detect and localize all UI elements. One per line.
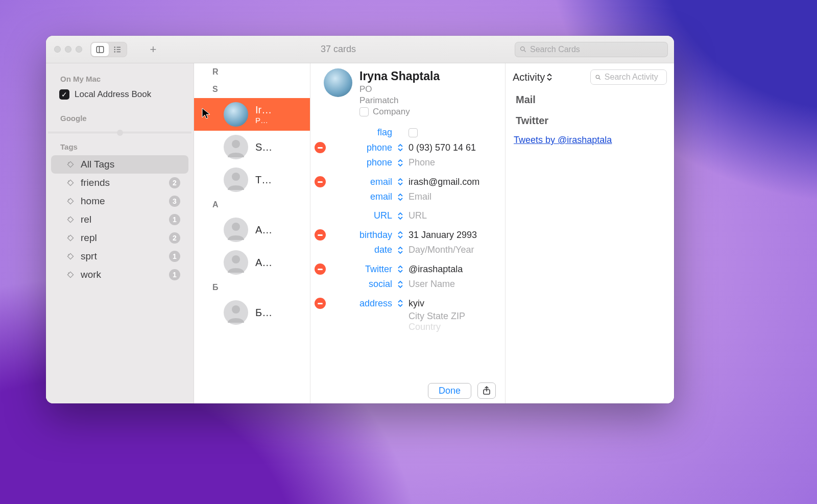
phone-1-label[interactable]: phone xyxy=(331,142,392,153)
company-label: Company xyxy=(373,107,410,117)
remove-twitter-button[interactable] xyxy=(315,263,326,275)
tag-item-all-tags[interactable]: All Tags xyxy=(51,155,188,174)
list-section-R: R xyxy=(194,63,310,81)
contact-list-row[interactable]: Ir…P… xyxy=(194,98,310,131)
tweets-link[interactable]: Tweets by @irashaptala xyxy=(514,135,666,146)
svg-point-18 xyxy=(232,173,240,181)
contact-avatar-placeholder xyxy=(224,135,248,159)
contact-avatar-placeholder xyxy=(224,218,248,242)
field-address-line2: City State ZIP xyxy=(310,311,505,322)
field-phone-1: phone 0 (93) 570 14 61 xyxy=(310,140,505,155)
company-toggle-row: Company xyxy=(359,107,440,117)
contact-name[interactable]: Iryna Shaptala xyxy=(359,69,440,83)
add-contact-button[interactable]: + xyxy=(145,42,162,57)
birthday-label[interactable]: birthday xyxy=(331,230,392,241)
phone-2-type-picker[interactable] xyxy=(395,159,405,167)
address-line3[interactable]: Country xyxy=(408,322,496,332)
activity-search[interactable] xyxy=(590,69,667,85)
contact-avatar[interactable] xyxy=(324,68,352,97)
phone-2-label[interactable]: phone xyxy=(331,157,392,168)
svg-point-19 xyxy=(232,223,240,231)
url-type-picker[interactable] xyxy=(395,212,405,220)
email-2-label[interactable]: email xyxy=(331,191,392,202)
phone-1-type-picker[interactable] xyxy=(395,143,405,152)
social-type-picker[interactable] xyxy=(395,280,405,289)
contact-avatar-placeholder xyxy=(224,300,248,325)
tag-label: friends xyxy=(81,177,164,188)
contact-detail-pane: Iryna Shaptala PO Parimatch Company flag xyxy=(310,63,506,403)
email-2-placeholder[interactable]: Email xyxy=(408,191,496,202)
toolbar: + 37 cards xyxy=(46,36,674,63)
toolbar-search[interactable] xyxy=(515,42,668,57)
tag-item-sprt[interactable]: sprt1 xyxy=(51,247,188,266)
toolbar-search-input[interactable] xyxy=(530,45,663,54)
tag-item-friends[interactable]: friends2 xyxy=(51,174,188,192)
remove-address-button[interactable] xyxy=(315,298,326,309)
contact-organization[interactable]: Parimatch xyxy=(359,95,440,106)
tag-item-work[interactable]: work1 xyxy=(51,266,188,284)
minimize-window-button[interactable] xyxy=(65,46,71,53)
remove-birthday-button[interactable] xyxy=(315,229,326,241)
tag-icon xyxy=(65,214,76,225)
activity-section-twitter: Twitter xyxy=(516,115,664,127)
contact-title[interactable]: PO xyxy=(359,84,440,94)
contact-list-row[interactable]: A… xyxy=(194,246,310,279)
svg-point-10 xyxy=(68,162,69,163)
activity-picker[interactable]: Activity xyxy=(513,71,552,83)
sidebar-split-handle[interactable] xyxy=(48,132,191,133)
sidebar-local-address-book[interactable]: ✓ Local Address Book xyxy=(46,86,194,103)
company-checkbox[interactable] xyxy=(359,107,369,116)
zoom-window-button[interactable] xyxy=(76,46,82,53)
address-value[interactable]: kyiv xyxy=(408,298,496,309)
phone-2-placeholder[interactable]: Phone xyxy=(408,157,496,168)
remove-phone-1-button[interactable] xyxy=(315,142,326,153)
tag-item-repl[interactable]: repl2 xyxy=(51,229,188,247)
remove-email-1-button[interactable] xyxy=(315,176,326,187)
activity-section-mail: Mail xyxy=(516,94,664,106)
activity-search-input[interactable] xyxy=(605,73,662,82)
list-icon xyxy=(113,45,122,54)
phone-1-value[interactable]: 0 (93) 570 14 61 xyxy=(408,142,496,153)
email-1-label[interactable]: email xyxy=(331,177,392,187)
list-view-button[interactable] xyxy=(109,43,126,56)
social-placeholder[interactable]: User Name xyxy=(408,279,496,290)
contact-list-row[interactable]: A… xyxy=(194,213,310,246)
address-type-picker[interactable] xyxy=(395,299,405,307)
sidebar-icon xyxy=(95,45,105,54)
email-2-type-picker[interactable] xyxy=(395,193,405,201)
twitter-type-picker[interactable] xyxy=(395,265,405,273)
svg-line-24 xyxy=(599,78,600,80)
email-1-type-picker[interactable] xyxy=(395,178,405,186)
contact-row-name: S… xyxy=(255,141,272,153)
contact-list-row[interactable]: Б… xyxy=(194,296,310,329)
contact-row-name: A… xyxy=(255,224,272,236)
tag-label: All Tags xyxy=(81,159,180,170)
birthday-type-picker[interactable] xyxy=(395,231,405,239)
svg-line-9 xyxy=(524,50,525,52)
tag-item-home[interactable]: home3 xyxy=(51,192,188,210)
tag-icon xyxy=(65,196,76,206)
social-label[interactable]: social xyxy=(331,279,392,290)
date-placeholder[interactable]: Day/Month/Year xyxy=(408,245,496,255)
tag-icon xyxy=(65,159,76,170)
url-label[interactable]: URL xyxy=(331,210,392,221)
twitter-label[interactable]: Twitter xyxy=(331,264,392,275)
birthday-value[interactable]: 31 January 2993 xyxy=(408,230,496,241)
share-button[interactable] xyxy=(477,382,496,399)
url-placeholder[interactable]: URL xyxy=(408,210,496,221)
address-line2[interactable]: City State ZIP xyxy=(408,311,496,322)
twitter-value[interactable]: @irashaptala xyxy=(408,264,496,275)
tag-item-rel[interactable]: rel1 xyxy=(51,210,188,229)
done-button[interactable]: Done xyxy=(428,383,471,399)
flag-checkbox[interactable] xyxy=(408,128,418,137)
contact-list-row[interactable]: S… xyxy=(194,131,310,163)
address-label[interactable]: address xyxy=(331,298,392,309)
email-1-value[interactable]: irash@gmail.com xyxy=(408,177,496,187)
sidebar-view-button[interactable] xyxy=(91,43,109,56)
date-label[interactable]: date xyxy=(331,245,392,255)
contact-list-row[interactable]: T… xyxy=(194,163,310,196)
checkbox-checked-icon[interactable]: ✓ xyxy=(59,89,69,100)
date-type-picker[interactable] xyxy=(395,246,405,254)
close-window-button[interactable] xyxy=(54,46,61,53)
svg-point-12 xyxy=(68,199,69,200)
